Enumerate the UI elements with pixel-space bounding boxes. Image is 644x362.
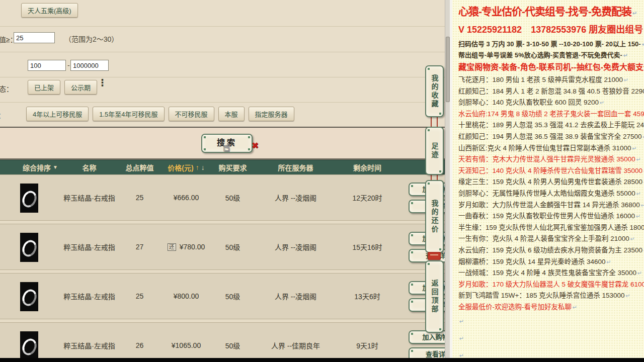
server-option-4y-migratable[interactable]: 4年以上可移民服	[26, 107, 89, 121]
item-name: 粹玉结晶·右戒指	[60, 193, 118, 203]
ribbon-connector	[431, 117, 438, 127]
ad-line: 剑胆琴心：140 克火队畜牧职业 600 回灵 9200↵	[458, 97, 644, 109]
return-mark-icon: ↵	[600, 100, 604, 106]
sort-up-icon[interactable]: ↑	[196, 163, 199, 171]
server-options: 4年以上可移民服 1.5年至4年可移民服 不可移民服 本服 指定服务器	[26, 107, 294, 121]
item-purity-value: 25	[118, 194, 161, 202]
ad-line: 红颜知己：184 男人 1 老 2 新忽混 34.8 强 40.5 苍狼妙音 2…	[458, 86, 644, 98]
item-name: 粹玉结晶·左戒指	[60, 291, 118, 301]
ad-line: 一生有你：克火队 4 阶混人装备宝宝齐全上手盈利 21000↵	[458, 233, 644, 245]
return-mark-icon: ↵	[641, 202, 644, 208]
return-mark-icon: ↵	[607, 259, 611, 265]
ad-line: 心猿-专业估价-代卖组号-找号-免费配装↵	[458, 3, 644, 22]
server-option-specified[interactable]: 指定服务器	[249, 107, 294, 121]
ad-line: 缘定三生：159 克火队 4 阶男人男仙男鬼传世套装通杀 28500↵	[458, 176, 644, 188]
table-row: 粹玉结晶·左戒指 25 ¥800.00 50级 人界 --凌烟阁 13天6时 加…	[0, 273, 445, 319]
item-price: 还¥780.00	[161, 243, 211, 251]
col-name: 名称	[60, 162, 118, 172]
item-requirement: 50级	[211, 340, 254, 350]
more-options-dots-icon[interactable]: ⋮	[98, 79, 107, 86]
my-favorites-button[interactable]: 我的收藏	[425, 65, 444, 117]
status-option-on-sale[interactable]: 已上架	[28, 80, 60, 95]
ad-line: 一曲春秋：159 克火队畜牧职业传世男人传世仙通杀 16000↵	[458, 211, 644, 222]
return-mark-icon: ↵	[642, 41, 644, 47]
col-purity: 总点粹值	[118, 162, 161, 172]
server-option-own-server[interactable]: 本服	[218, 107, 245, 121]
return-mark-icon: ↵	[459, 318, 464, 324]
ad-line: 烟柳灞桥：159 克火队 14 星异光秦岭通杀 34600↵	[458, 256, 644, 268]
my-counteroffers-button[interactable]: 我的还价	[425, 180, 444, 253]
search-button[interactable]: 搜索 ☝ ✖	[201, 134, 253, 153]
divider	[0, 26, 445, 27]
item-ring-icon	[20, 184, 38, 213]
return-mark-icon: ↵	[636, 156, 641, 162]
status-options: 已上架 公示期	[28, 80, 97, 95]
bargain-badge: 还	[168, 243, 176, 251]
ad-line: ↵	[458, 313, 644, 330]
item-time-left: 9天1时	[337, 340, 397, 350]
server-option-1-5y-migratable[interactable]: 1.5年至4年可移民服	[93, 107, 164, 121]
ad-line: 岁月如歌：170 级大力队仙器混人 5 破女魔强牛魔甘霖龙 61000↵	[458, 279, 644, 291]
item-price: ¥800.00	[161, 292, 211, 300]
server-option-non-migratable[interactable]: 不可移民服	[169, 107, 214, 121]
item-price: ¥1065.00	[161, 341, 211, 349]
ad-line: 天若有情：克木大力传世混人强牛甘霖异光灵猴通杀 35000↵	[458, 154, 644, 165]
item-time-left: 13天6时	[337, 291, 397, 301]
item-time-left: 12天20时	[337, 193, 397, 203]
divider	[0, 52, 445, 52]
ad-line: 水云仙府：159 克火队 6 级功绩去疾水月物资装备为主 23500↵	[458, 245, 644, 256]
item-requirement: 50级	[211, 193, 254, 203]
ad-line: 剑胆琴心：无属性睡队传世睡人太皓仙烟霞女鬼通杀 55000↵	[458, 188, 644, 200]
ad-line: 天涯知己：140 克火队 4 阶睡杀传世六合仙鬼甘霖瑞雪 35000↵	[458, 165, 644, 177]
col-price-sort[interactable]: 价格(元) ↑ ↓	[161, 162, 211, 172]
item-name: 粹玉结晶·左戒指	[60, 242, 118, 252]
ad-line: 一战倾城：159 克火 4 阶睡 4 族灵性鬼装备宝宝齐全 35000↵	[458, 267, 644, 279]
table-row: 粹玉结晶·左戒指 26 ¥1065.00 50级 人界 --佳期良年 9天1时 …	[0, 322, 445, 358]
ad-line: 山西新区:克火 4 阶睡人传世仙鬼甘霖日常副本通杀 31000↵	[458, 143, 644, 154]
ad-line: ↵	[458, 330, 644, 347]
back-to-top-button[interactable]: 返回顶部	[425, 260, 444, 333]
status-label: 状态：	[0, 83, 13, 94]
left-scrollbar-thumb[interactable]	[446, 37, 450, 102]
ad-line: 新到飞鸿踏雪 15W+：185 克火队睡杀宫位通杀 153000↵	[458, 290, 644, 302]
listing-panel: 天人五乘(高级) 粹值≥： （范围为2～30） 价格： - 状态： 已上架 公示…	[0, 0, 445, 358]
item-server: 人界 --凌烟阁	[254, 242, 337, 252]
search-button-label: 搜索	[217, 138, 237, 147]
advanced-mode-button[interactable]: 天人五乘(高级)	[21, 3, 78, 18]
col-time-left: 剩余时间	[337, 162, 397, 172]
return-mark-icon: ↵	[624, 77, 628, 83]
item-list: 粹玉结晶·右戒指 25 ¥666.00 50级 人界 --凌烟阁 12天20时 …	[0, 174, 445, 358]
return-mark-icon: ↵	[630, 236, 635, 242]
return-mark-icon: ↵	[625, 293, 630, 299]
purity-input[interactable]	[14, 32, 55, 43]
return-mark-icon: ↵	[636, 191, 641, 197]
item-time-left: 15天16时	[337, 242, 397, 252]
return-mark-icon: ↵	[623, 52, 628, 58]
red-cross-icon: ✖	[252, 138, 261, 154]
status-option-public[interactable]: 公示期	[64, 80, 97, 95]
price-max-input[interactable]	[70, 60, 109, 71]
left-scrollbar[interactable]	[445, 0, 450, 358]
return-mark-icon: ↵	[632, 10, 636, 16]
item-purity-value: 26	[118, 341, 161, 349]
ribbon-connector	[431, 175, 438, 180]
item-server: 人界 --凌烟阁	[254, 291, 337, 301]
divider	[0, 77, 445, 77]
price-min-input[interactable]	[28, 60, 66, 71]
ad-line: V 15225921182 13782553976 朋友圈出组号↵	[458, 22, 644, 39]
view-details-button[interactable]: 查看详情	[409, 347, 445, 358]
bottom-black-bar	[0, 358, 644, 362]
ad-line: 半生缘：159 克火队传世人仙北冥孔雀宝鉴加强男人通杀 18000↵	[458, 222, 644, 234]
app: 天人五乘(高级) 粹值≥： （范围为2～30） 价格： - 状态： 已上架 公示…	[0, 0, 644, 362]
col-server: 所在服务器	[254, 162, 337, 172]
sort-header[interactable]: 综合排序▼	[0, 162, 60, 172]
return-mark-icon: ↵	[632, 145, 637, 151]
ad-line: 十里桃花：189 男人忽混 35.3 强混 41.2 去疾孟极上手能玩 2400…	[458, 120, 644, 131]
seller-ad-panel: 心猿-专业估价-代卖组号-找号-免费配装↵V 15225921182 13782…	[452, 0, 644, 362]
footprints-button[interactable]: 足迹	[425, 127, 444, 175]
ad-line: 藏宝阁物资-装备-角色-联系司机--抽红包-免费大额支付↵	[458, 61, 644, 74]
sort-down-icon[interactable]: ↓	[201, 163, 205, 171]
sort-caret-icon: ▼	[53, 164, 58, 170]
item-requirement: 50级	[211, 291, 254, 301]
table-row: 粹玉结晶·右戒指 25 ¥666.00 50级 人界 --凌烟阁 12天20时 …	[0, 174, 445, 221]
